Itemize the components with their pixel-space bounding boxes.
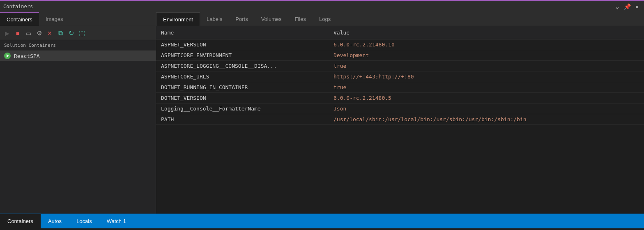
env-value-cell: /usr/local/sbin:/usr/local/bin:/usr/sbin… [329, 114, 644, 124]
tab-logs[interactable]: Logs [313, 12, 337, 26]
copy-button[interactable]: ⧉ [56, 29, 65, 38]
table-row: DOTNET_VERSION 6.0.0-rc.2.21480.5 [156, 93, 644, 104]
bottom-tab-watch1[interactable]: Watch 1 [99, 214, 133, 228]
table-body: ASPNET_VERSION 6.0.0-rc.2.21480.10 ASPNE… [156, 39, 644, 125]
env-value-cell: true [329, 61, 644, 71]
table-row: ASPNET_VERSION 6.0.0-rc.2.21480.10 [156, 39, 644, 50]
main-layout: Containers Images ▶ ■ ▭ ⚙ ✕ ⧉ ↻ ⬚ Soluti… [0, 12, 644, 214]
refresh-button[interactable]: ↻ [67, 29, 76, 38]
table-row: ASPNETCORE_LOGGING__CONSOLE__DISA... tru… [156, 61, 644, 71]
env-value-cell: true [329, 82, 644, 92]
close-icon[interactable]: ✕ [633, 3, 641, 10]
solution-containers-label: Solution Containers [0, 40, 156, 51]
column-value-header: Value [329, 28, 644, 37]
env-value-cell: Development [329, 50, 644, 60]
env-value-cell: 6.0.0-rc.2.21480.10 [329, 39, 644, 50]
bottom-tab-containers[interactable]: Containers [0, 214, 41, 228]
tab-environment[interactable]: Environment [156, 12, 200, 26]
remove-button[interactable]: ✕ [45, 29, 54, 38]
terminal-button[interactable]: ▭ [24, 29, 33, 38]
env-name-cell: DOTNET_VERSION [156, 93, 329, 103]
env-name-cell: ASPNETCORE_LOGGING__CONSOLE__DISA... [156, 61, 329, 71]
tab-ports[interactable]: Ports [229, 12, 254, 26]
env-name-cell: ASPNETCORE_ENVIRONMENT [156, 50, 329, 60]
tab-volumes[interactable]: Volumes [255, 12, 288, 26]
tab-files[interactable]: Files [288, 12, 313, 26]
table-row: Logging__Console__FormatterName Json [156, 104, 644, 114]
right-tabs: Environment Labels Ports Volumes Files L… [156, 12, 644, 26]
env-name-cell: ASPNET_VERSION [156, 39, 329, 50]
panel-title-bar: Containers ⌄ 📌 ✕ [0, 0, 644, 12]
env-value-cell: 6.0.0-rc.2.21480.5 [329, 93, 644, 103]
running-status-icon [4, 53, 11, 59]
env-name-cell: DOTNET_RUNNING_IN_CONTAINER [156, 82, 329, 92]
attach-button[interactable]: ⬚ [77, 29, 86, 38]
pin-icon[interactable]: 📌 [623, 3, 631, 10]
tab-containers[interactable]: Containers [0, 12, 39, 26]
start-button[interactable]: ▶ [2, 29, 12, 38]
bottom-tab-bar: Containers Autos Locals Watch 1 [0, 214, 644, 228]
env-name-cell: PATH [156, 114, 329, 124]
column-name-header: Name [156, 28, 329, 37]
container-name: ReactSPA [14, 53, 40, 59]
table-row: ASPNETCORE_URLS https://+:443;http://+:8… [156, 71, 644, 82]
container-item[interactable]: ReactSPA [0, 51, 156, 61]
panel-tabs: Containers Images [0, 12, 156, 26]
settings-button[interactable]: ⚙ [34, 29, 44, 38]
bottom-tab-autos[interactable]: Autos [41, 214, 69, 228]
right-panel: Environment Labels Ports Volumes Files L… [156, 12, 644, 214]
tab-images[interactable]: Images [39, 12, 70, 26]
env-value-cell: https://+:443;http://+:80 [329, 71, 644, 82]
table-row: DOTNET_RUNNING_IN_CONTAINER true [156, 82, 644, 93]
env-value-cell: Json [329, 104, 644, 114]
environment-table: Name Value ASPNET_VERSION 6.0.0-rc.2.214… [156, 26, 644, 214]
env-name-cell: ASPNETCORE_URLS [156, 71, 329, 82]
chevron-down-icon[interactable]: ⌄ [614, 3, 621, 10]
table-row: ASPNETCORE_ENVIRONMENT Development [156, 50, 644, 61]
stop-button[interactable]: ■ [13, 29, 22, 38]
left-panel: Containers Images ▶ ■ ▭ ⚙ ✕ ⧉ ↻ ⬚ Soluti… [0, 12, 156, 214]
env-name-cell: Logging__Console__FormatterName [156, 104, 329, 114]
window-controls: ⌄ 📌 ✕ [614, 3, 641, 10]
bottom-tab-locals[interactable]: Locals [69, 214, 99, 228]
toolbar: ▶ ■ ▭ ⚙ ✕ ⧉ ↻ ⬚ [0, 26, 156, 40]
table-row: PATH /usr/local/sbin:/usr/local/bin:/usr… [156, 114, 644, 125]
tab-labels[interactable]: Labels [200, 12, 229, 26]
panel-title: Containers [3, 4, 33, 9]
table-header: Name Value [156, 26, 644, 39]
